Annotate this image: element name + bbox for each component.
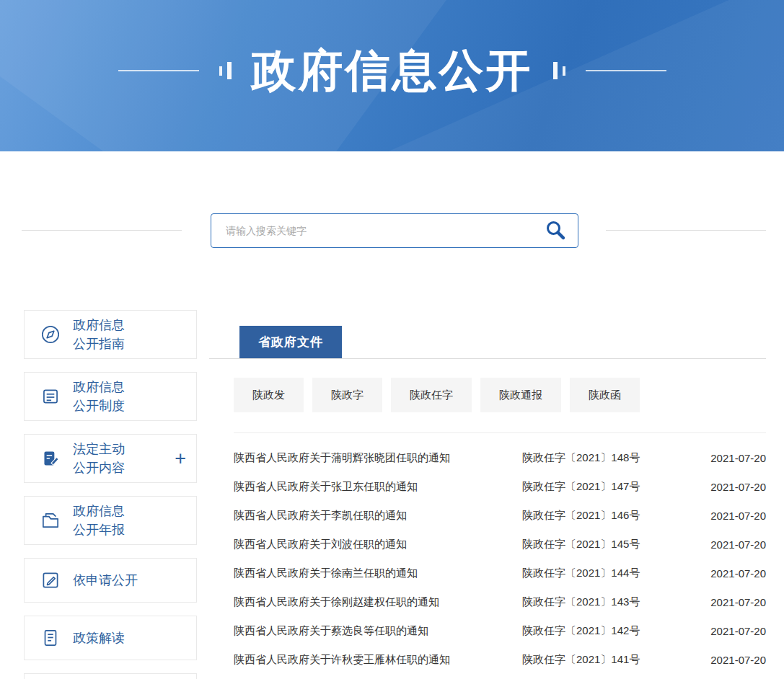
search-icon <box>545 219 566 243</box>
plus-expand-icon[interactable]: + <box>175 449 186 469</box>
search-section <box>0 213 784 248</box>
sidebar-item-annual-report[interactable]: 政府信息 公开年报 <box>24 496 197 545</box>
filter-bar: 陕政发 陕政字 陕政任字 陕政通报 陕政函 <box>234 378 766 412</box>
doc-date: 2021-07-20 <box>687 567 766 580</box>
doc-title-link[interactable]: 陕西省人民政府关于徐刚赵建权任职的通知 <box>234 595 522 609</box>
table-row: 陕西省人民政府关于蔡选良等任职的通知 陕政任字〔2021〕142号 2021-0… <box>234 616 766 645</box>
doc-number: 陕政任字〔2021〕143号 <box>522 595 687 609</box>
deco-bar <box>553 62 558 79</box>
doc-number: 陕政任字〔2021〕141号 <box>522 653 687 667</box>
deco-bar <box>563 66 565 76</box>
filter-shan-zheng-han[interactable]: 陕政函 <box>570 378 640 412</box>
folder-icon <box>39 509 62 532</box>
search-button[interactable] <box>533 214 578 247</box>
doc-number: 陕政任字〔2021〕146号 <box>522 509 687 523</box>
doc-date: 2021-07-20 <box>687 510 766 522</box>
sidebar-item-disclosure-on-request[interactable]: 依申请公开 <box>24 558 197 603</box>
table-row: 陕西省人民政府关于蒲明辉张晓团任职的通知 陕政任字〔2021〕148号 2021… <box>234 443 766 472</box>
doc-title-link[interactable]: 陕西省人民政府关于徐南兰任职的通知 <box>234 567 522 580</box>
page-title: 政府信息公开 <box>252 40 533 101</box>
sidebar-item-partial[interactable] <box>24 673 197 679</box>
doc-title-link[interactable]: 陕西省人民政府关于李凯任职的通知 <box>234 509 522 523</box>
banner-title-row: 政府信息公开 <box>118 40 666 101</box>
sidebar-item-label: 政策解读 <box>73 629 125 647</box>
doc-number: 陕政任字〔2021〕142号 <box>522 624 687 638</box>
deco-bars <box>219 62 232 79</box>
doc-date: 2021-07-20 <box>687 538 766 551</box>
divider-line <box>606 230 766 231</box>
doc-title-link[interactable]: 陕西省人民政府关于许秋雯王雁林任职的通知 <box>234 653 522 667</box>
tab-provincial-government-documents[interactable]: 省政府文件 <box>239 326 342 358</box>
divider-line <box>22 230 182 231</box>
table-row: 陕西省人民政府关于李凯任职的通知 陕政任字〔2021〕146号 2021-07-… <box>234 501 766 530</box>
deco-bar <box>227 62 232 79</box>
table-row: 陕西省人民政府关于许秋雯王雁林任职的通知 陕政任字〔2021〕141号 2021… <box>234 645 766 674</box>
doc-date: 2021-07-20 <box>687 481 766 493</box>
document-list: 陕西省人民政府关于蒲明辉张晓团任职的通知 陕政任字〔2021〕148号 2021… <box>209 443 766 674</box>
sidebar-item-system[interactable]: 政府信息 公开制度 <box>24 372 197 421</box>
filter-shan-zheng-ren-zi[interactable]: 陕政任字 <box>391 378 472 412</box>
deco-line <box>586 70 666 71</box>
doc-number: 陕政任字〔2021〕148号 <box>522 451 687 465</box>
sidebar-item-label: 政府信息 公开指南 <box>73 316 125 353</box>
doc-title-link[interactable]: 陕西省人民政府关于刘波任职的通知 <box>234 538 522 551</box>
document-icon <box>39 626 62 649</box>
doc-date: 2021-07-20 <box>687 625 766 637</box>
divider-line <box>234 432 766 433</box>
sidebar-item-label: 依申请公开 <box>73 571 138 590</box>
compass-icon <box>39 323 62 346</box>
sidebar-item-policy-interpretation[interactable]: 政策解读 <box>24 616 197 660</box>
deco-bar <box>219 66 222 76</box>
search-box <box>211 213 578 248</box>
pen-icon <box>39 569 62 592</box>
table-row: 陕西省人民政府关于张卫东任职的通知 陕政任字〔2021〕147号 2021-07… <box>234 472 766 501</box>
table-row: 陕西省人民政府关于刘波任职的通知 陕政任字〔2021〕145号 2021-07-… <box>234 530 766 559</box>
tab-bar: 省政府文件 <box>209 326 766 359</box>
sidebar-item-label: 政府信息 公开制度 <box>73 378 125 415</box>
sidebar-item-label: 法定主动 公开内容 <box>73 440 125 477</box>
doc-title-link[interactable]: 陕西省人民政府关于蒲明辉张晓团任职的通知 <box>234 451 522 465</box>
deco-bars <box>553 62 565 79</box>
edit-icon <box>39 447 62 470</box>
sidebar-item-statutory-disclosure[interactable]: 法定主动 公开内容 + <box>24 434 197 483</box>
doc-title-link[interactable]: 陕西省人民政府关于蔡选良等任职的通知 <box>234 624 522 638</box>
search-input[interactable] <box>211 214 533 247</box>
sidebar: 政府信息 公开指南 政府信息 公开制度 法定主动 公开内容 + <box>24 310 197 679</box>
doc-title-link[interactable]: 陕西省人民政府关于张卫东任职的通知 <box>234 480 522 494</box>
doc-date: 2021-07-20 <box>687 452 766 464</box>
table-row: 陕西省人民政府关于徐刚赵建权任职的通知 陕政任字〔2021〕143号 2021-… <box>234 587 766 616</box>
sidebar-item-guide[interactable]: 政府信息 公开指南 <box>24 310 197 359</box>
main-content: 省政府文件 陕政发 陕政字 陕政任字 陕政通报 陕政函 陕西省人民政府关于蒲明辉… <box>209 310 766 674</box>
doc-number: 陕政任字〔2021〕145号 <box>522 538 687 551</box>
sidebar-item-label: 政府信息 公开年报 <box>73 502 125 539</box>
filter-shan-zheng-tong-bao[interactable]: 陕政通报 <box>480 378 561 412</box>
doc-date: 2021-07-20 <box>687 654 766 666</box>
table-row: 陕西省人民政府关于徐南兰任职的通知 陕政任字〔2021〕144号 2021-07… <box>234 559 766 587</box>
filter-shan-zheng-fa[interactable]: 陕政发 <box>234 378 304 412</box>
banner: 政府信息公开 <box>0 0 784 151</box>
doc-date: 2021-07-20 <box>687 596 766 608</box>
doc-number: 陕政任字〔2021〕147号 <box>522 480 687 494</box>
doc-number: 陕政任字〔2021〕144号 <box>522 567 687 580</box>
filter-shan-zheng-zi[interactable]: 陕政字 <box>312 378 382 412</box>
deco-line <box>118 70 199 71</box>
list-icon <box>39 385 62 408</box>
